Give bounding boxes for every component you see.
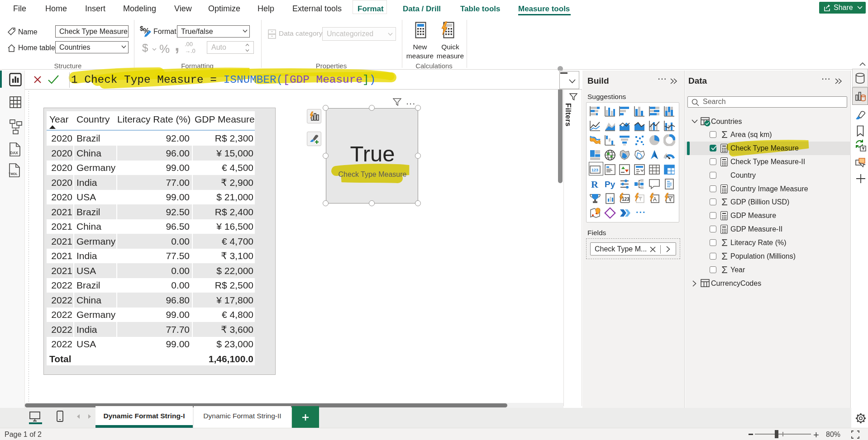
svg-text:Py: Py [605,180,615,189]
svg-text:TMDL: TMDL [9,172,18,176]
svg-text:123: 123 [622,197,630,202]
svg-text:R: R [591,179,599,190]
svg-text:DAX: DAX [10,151,18,155]
svg-text:A: A [653,196,657,203]
